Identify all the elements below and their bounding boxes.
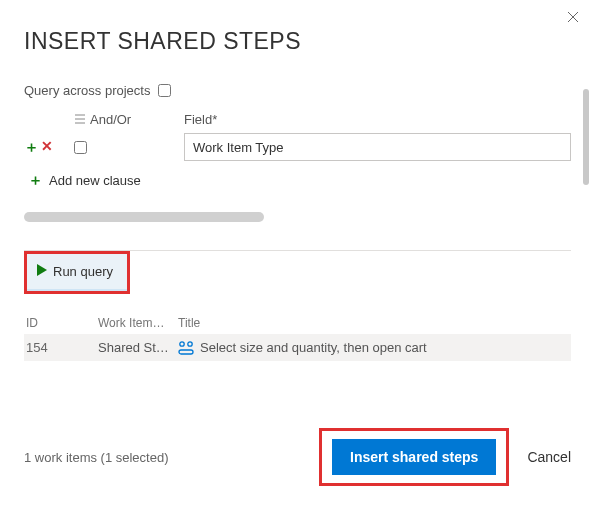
clause-header: And/Or Field* xyxy=(24,112,571,127)
add-clause-label: Add new clause xyxy=(49,173,141,188)
field-input[interactable] xyxy=(184,133,571,161)
horizontal-scrollbar[interactable] xyxy=(24,212,264,222)
close-icon xyxy=(567,9,579,26)
row-id: 154 xyxy=(26,340,98,355)
insert-button-highlight: Insert shared steps xyxy=(319,428,509,486)
remove-clause-icon[interactable]: ✕ xyxy=(41,138,53,157)
insert-shared-steps-button[interactable]: Insert shared steps xyxy=(332,439,496,475)
run-query-button[interactable]: Run query xyxy=(27,254,127,291)
row-workitem: Shared St… xyxy=(98,340,178,355)
results-table-header: ID Work Item… Title xyxy=(24,308,571,334)
dialog-title: INSERT SHARED STEPS xyxy=(24,28,571,55)
insert-shared-steps-dialog: INSERT SHARED STEPS Query across project… xyxy=(0,0,595,506)
clause-row: ＋ ✕ xyxy=(24,133,571,161)
close-button[interactable] xyxy=(567,10,579,26)
content-area: Query across projects And/Or Field* ＋ xyxy=(24,83,571,361)
svg-rect-8 xyxy=(179,350,193,354)
add-clause-icon[interactable]: ＋ xyxy=(24,138,39,157)
query-across-label: Query across projects xyxy=(24,83,150,98)
svg-marker-5 xyxy=(37,264,47,276)
row-title: Select size and quantity, then open cart xyxy=(200,340,427,355)
run-query-highlight: Run query xyxy=(24,251,130,294)
query-across-row: Query across projects xyxy=(24,83,571,98)
workitem-column-header: Work Item… xyxy=(98,316,178,330)
andor-header-label: And/Or xyxy=(90,112,131,127)
title-column-header: Title xyxy=(178,316,571,330)
table-row[interactable]: 154 Shared St… Select size and quantity,… xyxy=(24,334,571,361)
vertical-scrollbar[interactable] xyxy=(583,89,589,185)
run-query-label: Run query xyxy=(53,264,113,279)
clause-andor-checkbox[interactable] xyxy=(74,141,87,154)
shared-steps-icon xyxy=(178,341,194,355)
add-new-clause-button[interactable]: ＋ Add new clause xyxy=(28,171,571,190)
cancel-button[interactable]: Cancel xyxy=(527,449,571,465)
svg-point-7 xyxy=(188,341,192,345)
id-column-header: ID xyxy=(26,316,98,330)
field-column-header: Field* xyxy=(184,112,571,127)
selection-status: 1 work items (1 selected) xyxy=(24,450,169,465)
andor-column-header: And/Or xyxy=(74,112,184,127)
list-icon xyxy=(74,112,90,127)
svg-point-6 xyxy=(180,341,184,345)
play-icon xyxy=(37,264,47,279)
query-across-checkbox[interactable] xyxy=(158,84,171,97)
dialog-footer: 1 work items (1 selected) Insert shared … xyxy=(24,428,571,486)
plus-icon: ＋ xyxy=(28,171,43,190)
